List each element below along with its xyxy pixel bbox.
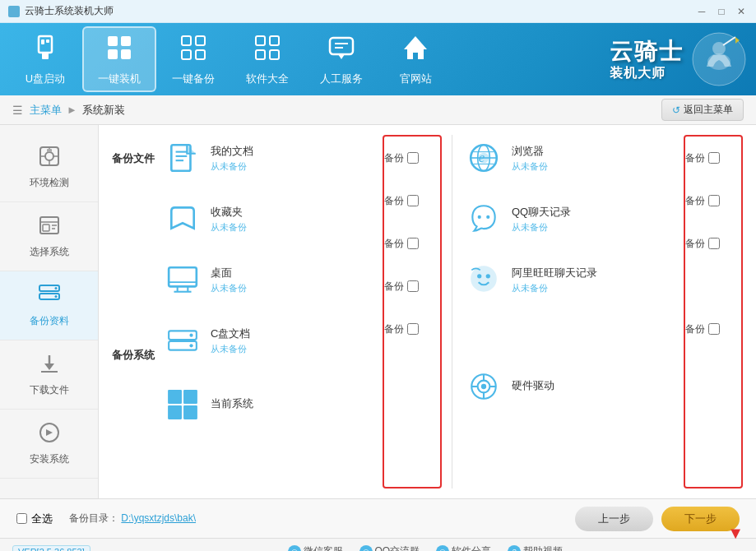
cb-backup-label-2: 备份 bbox=[384, 194, 404, 208]
nav-software-label: 软件大全 bbox=[246, 72, 289, 86]
bottom-link-wechat[interactable]: ◎ 微信客服 bbox=[288, 544, 343, 551]
right-items-list: e 浏览器 从未备份 bbox=[462, 135, 680, 488]
cb-cdrive: 备份 bbox=[384, 265, 440, 308]
cb-backup-label-1: 备份 bbox=[384, 151, 404, 165]
select-icon bbox=[38, 214, 61, 242]
nav-usb[interactable]: U盘启动 bbox=[8, 26, 82, 92]
service-icon bbox=[327, 33, 356, 68]
maximize-btn[interactable]: □ bbox=[715, 5, 728, 18]
content-area: 备份文件 备份系统 bbox=[99, 125, 756, 498]
minimize-btn[interactable]: ─ bbox=[695, 5, 708, 18]
nav-usb-label: U盘启动 bbox=[26, 72, 65, 86]
system-icon bbox=[165, 387, 201, 423]
cb-hwdriver-input[interactable] bbox=[708, 323, 720, 335]
svg-text:e: e bbox=[479, 150, 485, 165]
svg-rect-59 bbox=[183, 390, 197, 404]
cb-aliww: 备份 bbox=[685, 222, 741, 265]
breadcrumb-separator: ► bbox=[67, 104, 77, 116]
cdrive-status: 从未备份 bbox=[211, 343, 376, 355]
title-bar: 云骑士系统装机大师 ─ □ ✕ bbox=[0, 0, 756, 23]
select-all-checkbox[interactable] bbox=[16, 513, 27, 524]
footer-area: 全选 备份目录： D:\yqsxtzjds\bak\ 上一步 下一步 ▼ bbox=[0, 498, 756, 538]
nav-onekey-install-label: 一键装机 bbox=[98, 72, 141, 86]
mydocs-info: 我的文档 从未备份 bbox=[211, 144, 376, 173]
breadcrumb-bar: ☰ 主菜单 ► 系统新装 ↺ 返回主菜单 bbox=[0, 95, 756, 125]
nav-items: U盘启动 一键装机 bbox=[8, 26, 452, 92]
svg-point-76 bbox=[481, 384, 486, 389]
svg-rect-58 bbox=[168, 390, 182, 404]
cb-favorites-input[interactable] bbox=[407, 195, 419, 206]
aliww-icon bbox=[466, 262, 502, 298]
cb-aliww-input[interactable] bbox=[708, 238, 720, 249]
back-button[interactable]: ↺ 返回主菜单 bbox=[661, 99, 744, 121]
app-icon bbox=[8, 6, 20, 17]
bottom-link-help[interactable]: ? 帮助视频 bbox=[508, 544, 563, 551]
svg-point-57 bbox=[189, 344, 192, 347]
cdrive-name: C盘文档 bbox=[211, 326, 376, 341]
cb-desktop-input[interactable] bbox=[407, 238, 419, 249]
cb-browser-input[interactable] bbox=[708, 152, 720, 164]
breadcrumb-home[interactable]: 主菜单 bbox=[30, 103, 62, 118]
nav-software[interactable]: 软件大全 bbox=[230, 26, 304, 92]
cb-system: 备份 bbox=[384, 308, 440, 350]
bottom-bar: VER[2.5.36.853] ◎ 微信客服 ◎ QQ交流群 ◎ 软件分享 ? … bbox=[0, 538, 756, 551]
svg-rect-2 bbox=[46, 39, 49, 43]
cb-mydocs-input[interactable] bbox=[407, 152, 419, 164]
svg-rect-15 bbox=[270, 50, 279, 59]
close-btn[interactable]: ✕ bbox=[735, 5, 748, 18]
svg-marker-42 bbox=[44, 363, 54, 370]
cb-qq-chat-input[interactable] bbox=[708, 195, 720, 206]
next-button[interactable]: 下一步 ▼ bbox=[661, 507, 740, 531]
nav-website-label: 官网站 bbox=[400, 72, 432, 86]
nav-onekey-install[interactable]: 一键装机 bbox=[82, 26, 156, 92]
mydocs-name: 我的文档 bbox=[211, 144, 376, 159]
mydocs-icon bbox=[165, 140, 201, 176]
favorites-info: 收藏夹 从未备份 bbox=[211, 205, 376, 234]
nav-website[interactable]: 官网站 bbox=[378, 26, 452, 92]
app-title: 云骑士系统装机大师 bbox=[25, 4, 114, 18]
software-icon bbox=[253, 33, 282, 68]
svg-point-39 bbox=[54, 287, 57, 289]
backup-dir: 备份目录： D:\yqsxtzjds\bak\ bbox=[69, 512, 196, 526]
logo-line1: 云骑士 bbox=[610, 38, 684, 66]
desktop-info: 桌面 从未备份 bbox=[211, 266, 376, 294]
system-name: 当前系统 bbox=[211, 396, 376, 411]
share-icon: ◎ bbox=[436, 545, 449, 552]
sidebar-env[interactable]: 环境检测 bbox=[0, 133, 98, 202]
back-label: 返回主菜单 bbox=[684, 103, 733, 117]
backup-item-browser: e 浏览器 从未备份 bbox=[462, 135, 680, 181]
sidebar-backup[interactable]: 备份资料 bbox=[0, 271, 98, 340]
select-all-label[interactable]: 全选 bbox=[16, 512, 53, 526]
sidebar-download[interactable]: 下载文件 bbox=[0, 340, 98, 410]
bottom-link-share[interactable]: ◎ 软件分享 bbox=[436, 544, 491, 551]
logo-line2: 装机大师 bbox=[610, 65, 684, 81]
qq-icon bbox=[466, 201, 502, 237]
cb-system-input[interactable] bbox=[407, 323, 419, 335]
desktop-icon bbox=[165, 262, 201, 298]
svg-rect-49 bbox=[169, 267, 197, 286]
help-icon: ? bbox=[508, 545, 521, 552]
main-area: 环境检测 选择系统 bbox=[0, 125, 756, 498]
system-label-text: 备份系统 bbox=[112, 349, 155, 361]
backup-dir-path[interactable]: D:\yqsxtzjds\bak\ bbox=[121, 512, 196, 524]
prev-button[interactable]: 上一步 bbox=[575, 507, 653, 531]
bottom-link-qq[interactable]: ◎ QQ交流群 bbox=[359, 544, 420, 551]
nav-service[interactable]: 人工服务 bbox=[304, 26, 378, 92]
backup-item-mydocs: 我的文档 从未备份 bbox=[161, 135, 379, 181]
sidebar-select[interactable]: 选择系统 bbox=[0, 202, 98, 271]
svg-rect-5 bbox=[121, 36, 131, 46]
cb-cdrive-input[interactable] bbox=[407, 280, 419, 292]
cb-empty bbox=[685, 265, 741, 308]
sidebar-install[interactable]: 安装系统 bbox=[0, 410, 98, 479]
backup-item-system: 当前系统 bbox=[161, 382, 379, 428]
nav-onekey-backup[interactable]: 一键备份 bbox=[156, 26, 230, 92]
version-badge: VER[2.5.36.853] bbox=[12, 545, 90, 552]
svg-rect-60 bbox=[168, 405, 182, 419]
backup-files-label: 备份文件 bbox=[112, 135, 155, 166]
arrow-indicator: ▼ bbox=[727, 524, 744, 543]
aliww-info: 阿里旺旺聊天记录 从未备份 bbox=[512, 266, 677, 294]
cdrive-icon bbox=[165, 322, 201, 359]
svg-rect-1 bbox=[41, 39, 44, 44]
svg-point-26 bbox=[45, 152, 53, 160]
svg-rect-11 bbox=[196, 50, 205, 59]
